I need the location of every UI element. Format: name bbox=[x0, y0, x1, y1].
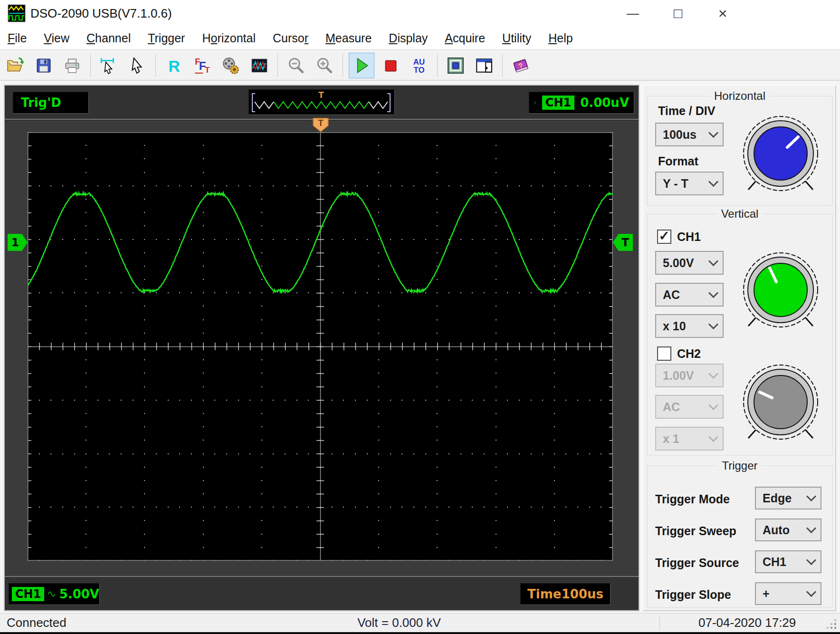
auto-set-button[interactable]: AU TO bbox=[407, 53, 431, 78]
floppy-disk-icon bbox=[34, 56, 53, 75]
resize-grip[interactable] bbox=[834, 627, 836, 629]
ch1-probe-select[interactable]: x 10 bbox=[655, 314, 724, 338]
zoom-in-icon bbox=[315, 56, 334, 75]
menu-measure[interactable]: Measure bbox=[325, 31, 372, 45]
start-button[interactable] bbox=[349, 53, 374, 78]
connection-status: Connected bbox=[7, 615, 67, 630]
close-button[interactable]: × bbox=[707, 0, 738, 27]
maximize-button[interactable]: □ bbox=[663, 0, 693, 27]
app-logo-icon bbox=[8, 4, 26, 22]
horizontal-knob[interactable] bbox=[740, 113, 821, 197]
menu-help[interactable]: Help bbox=[548, 31, 573, 45]
menu-horizontal[interactable]: Horizontal bbox=[202, 31, 256, 45]
help-button[interactable]: ? bbox=[508, 53, 533, 78]
format-label: Format bbox=[658, 154, 698, 168]
arrow-cursor-icon bbox=[128, 56, 147, 75]
scope-display-area: Trig'D CH1 0.00uV T 1 T CH1 bbox=[4, 85, 640, 611]
ch1-volts-per-div: 5.00V bbox=[59, 587, 99, 601]
ch1-checkbox-label: CH1 bbox=[677, 230, 701, 244]
chevron-down-icon bbox=[708, 127, 718, 137]
stop-button[interactable] bbox=[378, 53, 403, 78]
time-div-select[interactable]: 100us bbox=[655, 123, 724, 146]
trigger-sweep-select[interactable]: Auto bbox=[755, 519, 821, 541]
ch1-ground-marker[interactable]: 1 bbox=[8, 234, 28, 251]
ch1-coupling-select[interactable]: AC bbox=[655, 283, 724, 307]
sine-coupling-icon bbox=[48, 590, 55, 598]
menu-acquire[interactable]: Acquire bbox=[445, 31, 485, 45]
clipped-status-row: 0.0% 5.0 MB 0 MB/s 0 M bbox=[0, 632, 840, 634]
printer-icon bbox=[63, 56, 82, 75]
toolbar-separator bbox=[437, 54, 438, 77]
measure-cursor-button[interactable] bbox=[96, 53, 121, 78]
window-title: DSO-2090 USB(V7.1.0.6) bbox=[30, 0, 172, 27]
refresh-r-button[interactable]: R bbox=[162, 53, 186, 78]
open-file-button[interactable] bbox=[3, 53, 28, 78]
ch2-checkbox[interactable] bbox=[657, 346, 671, 361]
trigger-source-select[interactable]: CH1 bbox=[755, 550, 821, 573]
record-preview[interactable] bbox=[249, 90, 393, 114]
trigger-group-title: Trigger bbox=[717, 459, 762, 472]
print-button[interactable] bbox=[60, 53, 85, 78]
ch1-settings-box: CH1 5.00V bbox=[9, 583, 100, 605]
ch1-checkbox[interactable]: ✓ bbox=[657, 230, 671, 244]
svg-text:TO: TO bbox=[413, 66, 424, 75]
trigger-position-pointer[interactable]: T bbox=[312, 118, 329, 132]
menu-view[interactable]: View bbox=[44, 31, 69, 45]
chevron-down-icon bbox=[708, 400, 718, 410]
full-screen-button[interactable] bbox=[443, 53, 468, 78]
title-bar: DSO-2090 USB(V7.1.0.6) — □ × bbox=[0, 0, 840, 27]
record-preview-box bbox=[248, 89, 395, 115]
scope-graticule bbox=[28, 132, 613, 561]
horizontal-group-title: Horizontal bbox=[709, 89, 770, 103]
menu-channel[interactable]: Channel bbox=[86, 31, 131, 45]
play-icon bbox=[352, 56, 371, 75]
trigger-level-marker[interactable]: T bbox=[613, 234, 633, 251]
svg-text:R: R bbox=[168, 58, 180, 75]
ch2-position-knob[interactable] bbox=[740, 362, 821, 445]
fft-icon: F F T bbox=[193, 56, 212, 75]
full-screen-icon bbox=[446, 56, 465, 75]
help-book-icon: ? bbox=[511, 56, 530, 75]
timebase-box: Time 100us bbox=[520, 583, 611, 605]
menu-file[interactable]: File bbox=[8, 31, 27, 45]
trigger-mode-select[interactable]: Edge bbox=[755, 487, 821, 509]
film-reel-icon bbox=[221, 56, 240, 75]
record-button[interactable] bbox=[219, 53, 243, 78]
zoom-out-button[interactable] bbox=[284, 53, 308, 78]
format-select[interactable]: Y - T bbox=[655, 172, 724, 195]
chevron-down-icon bbox=[806, 523, 816, 533]
zoom-in-button[interactable] bbox=[312, 53, 337, 78]
menu-cursor[interactable]: Cursor bbox=[273, 31, 308, 45]
trigger-level-readout: 0.00uV bbox=[580, 96, 629, 110]
application-window: DSO-2090 USB(V7.1.0.6) — □ × FileViewCha… bbox=[0, 0, 840, 634]
arrow-cursor-button[interactable] bbox=[125, 53, 150, 78]
fft-button[interactable]: F F T bbox=[190, 53, 215, 78]
ch2-volts-select: 1.00V bbox=[655, 364, 724, 387]
chevron-down-icon bbox=[708, 368, 718, 378]
trigger-source-label: Trigger Source bbox=[655, 556, 739, 570]
datetime: 07-04-2020 17:29 bbox=[698, 615, 796, 630]
trigger-status: Trig'D bbox=[21, 96, 61, 110]
toolbar-separator bbox=[277, 54, 278, 77]
zoom-out-icon bbox=[286, 56, 305, 75]
auto-icon: AU TO bbox=[410, 56, 429, 75]
trigger-slope-select[interactable]: + bbox=[755, 582, 821, 605]
waveform-window-button[interactable] bbox=[247, 53, 272, 78]
menu-display[interactable]: Display bbox=[389, 31, 428, 45]
panel-layout-button[interactable] bbox=[472, 53, 496, 78]
save-button[interactable] bbox=[31, 53, 56, 78]
ch1-volts-select[interactable]: 5.00V bbox=[655, 251, 724, 275]
timebase-value: 100us bbox=[562, 587, 603, 601]
time-div-label: Time / DIV bbox=[658, 104, 715, 118]
menu-utility[interactable]: Utility bbox=[502, 31, 531, 45]
timebase-label: Time bbox=[527, 587, 561, 601]
trigger-group: Trigger Trigger Mode Edge Trigger Sweep … bbox=[647, 466, 832, 607]
menu-trigger[interactable]: Trigger bbox=[148, 31, 185, 45]
status-bar: Connected Volt = 0.000 kV 07-04-2020 17:… bbox=[0, 613, 840, 633]
panel-window-icon bbox=[475, 56, 494, 75]
minimize-button[interactable]: — bbox=[618, 0, 648, 27]
control-panel: Horizontal Time / DIV 100us Format Y - T bbox=[642, 85, 836, 611]
folder-open-icon bbox=[6, 56, 25, 75]
ch1-position-knob[interactable] bbox=[740, 250, 821, 333]
ch2-probe-select: x 1 bbox=[655, 427, 724, 451]
